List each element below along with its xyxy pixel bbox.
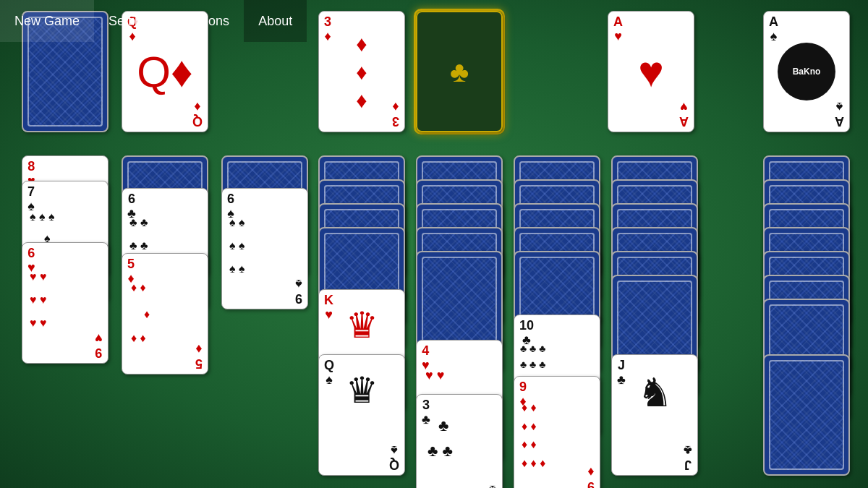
menu-bar: New Game Settings Options About xyxy=(0,0,868,42)
menu-settings[interactable]: Settings xyxy=(94,0,170,42)
tableau-col3-card1[interactable]: 6♠ ♠ ♠ ♠ ♠ ♠ ♠ 9♠ xyxy=(221,188,308,309)
tableau-col5-three-clubs[interactable]: 3♣ ♣ ♣ ♣ 3♣ xyxy=(416,394,503,488)
tableau-col6-nine-diamonds[interactable]: 9♦ ♦ ♦♦ ♦♦ ♦♦ ♦ ♦ 9♦ xyxy=(514,376,600,488)
tableau-col8-back8 xyxy=(763,354,850,476)
menu-about[interactable]: About xyxy=(244,0,307,42)
tableau-col7-jack-clubs[interactable]: J♣ ♞ J♣ xyxy=(611,354,698,476)
menu-new-game[interactable]: New Game xyxy=(0,0,94,42)
tableau-col4-queen-spades[interactable]: Q♠ ♛ Q♠ xyxy=(318,354,405,476)
tableau-col1-card3[interactable]: 6♥ ♥ ♥ ♥ ♥ ♥ ♥ 9♥ xyxy=(22,242,109,364)
menu-options[interactable]: Options xyxy=(170,0,244,42)
tableau-col2-card2[interactable]: 5♦ ♦ ♦ ♦ ♦ ♦ 5♦ xyxy=(122,253,208,374)
